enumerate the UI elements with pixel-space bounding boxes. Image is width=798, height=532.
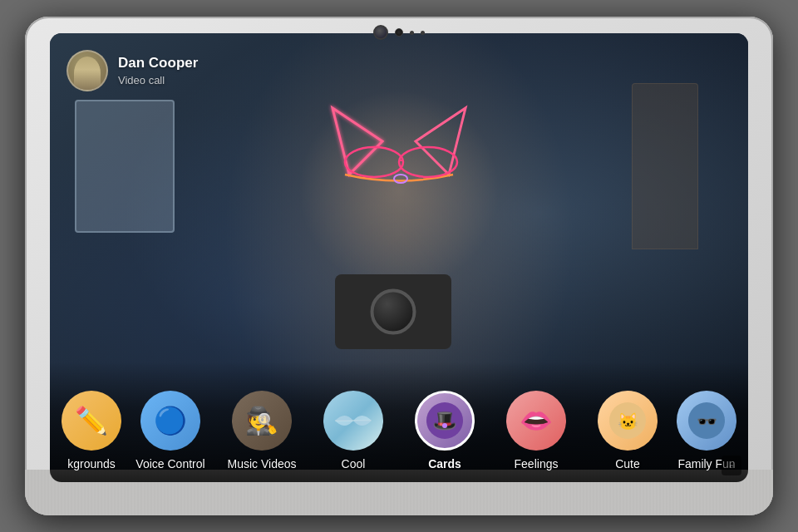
call-type: Video call	[118, 74, 198, 86]
effect-icon-music-videos: 🕵️	[232, 391, 292, 451]
avatar	[66, 50, 108, 91]
avatar-silhouette	[74, 57, 101, 90]
screen: Dan Cooper Video call ✏️kgrounds🔵Voice C…	[50, 33, 748, 482]
effect-icon-feelings: 👄	[506, 391, 566, 451]
effect-icon-cool	[323, 391, 383, 451]
mic-dot-2	[421, 31, 425, 35]
effect-label-backgrounds: kgrounds	[67, 457, 116, 470]
camera-lens-prop	[371, 289, 416, 335]
effect-icon-cards: 🎩	[415, 391, 475, 451]
effect-item-cards[interactable]: 🎩 Cards	[399, 391, 490, 470]
camera-prop	[335, 274, 451, 349]
effects-bar: ✏️kgrounds🔵Voice Control🕵️Music Videos C…	[50, 362, 748, 482]
mic-dot	[410, 31, 414, 35]
effect-label-music-videos: Music Videos	[227, 457, 296, 470]
effect-label-voice-control: Voice Control	[135, 457, 204, 470]
svg-text:🕶️: 🕶️	[697, 411, 717, 431]
camera-bar	[373, 25, 425, 40]
door-element	[632, 83, 698, 249]
effect-icon-cute: 🐱	[598, 391, 658, 451]
effect-item-cute[interactable]: 🐱 Cute	[582, 391, 673, 470]
svg-text:🐱: 🐱	[618, 411, 638, 431]
effects-scroll: ✏️kgrounds🔵Voice Control🕵️Music Videos C…	[50, 391, 748, 470]
effect-item-cool[interactable]: Cool	[308, 391, 399, 470]
effect-icon-family-fun: 🕶️	[677, 391, 736, 451]
caller-text: Dan Cooper Video call	[118, 55, 198, 86]
effect-item-music-videos[interactable]: 🕵️Music Videos	[216, 391, 308, 470]
effect-label-cute: Cute	[615, 457, 640, 470]
effect-label-feelings: Feelings	[515, 457, 559, 470]
window-element	[75, 100, 175, 233]
effect-item-voice-control[interactable]: 🔵Voice Control	[125, 391, 216, 470]
camera-lens	[373, 25, 388, 40]
device-frame: Dan Cooper Video call ✏️kgrounds🔵Voice C…	[25, 17, 773, 515]
effect-item-backgrounds[interactable]: ✏️kgrounds	[58, 391, 125, 470]
caller-name: Dan Cooper	[118, 55, 198, 71]
effect-label-cool: Cool	[342, 457, 366, 470]
engadget-badge: e	[722, 456, 741, 475]
caller-info: Dan Cooper Video call	[66, 50, 198, 91]
effect-icon-voice-control: 🔵	[140, 391, 200, 451]
effect-label-cards: Cards	[428, 457, 461, 470]
effect-item-feelings[interactable]: 👄Feelings	[490, 391, 582, 470]
svg-point-7	[442, 423, 447, 428]
svg-text:🎩: 🎩	[432, 408, 457, 432]
camera-sensor	[395, 28, 403, 37]
effect-icon-backgrounds: ✏️	[62, 391, 121, 451]
